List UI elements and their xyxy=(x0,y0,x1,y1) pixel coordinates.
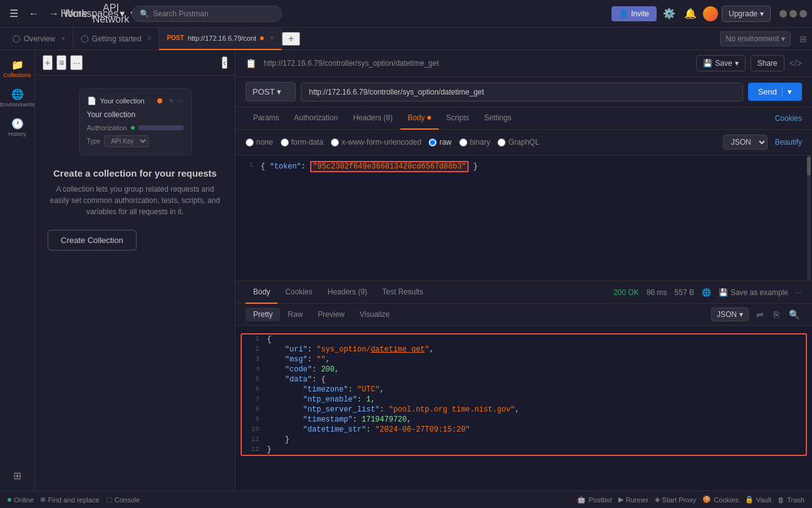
sidebar-item-history[interactable]: 🕐 History xyxy=(3,114,33,141)
tab-settings[interactable]: Settings xyxy=(477,107,519,130)
cookies-icon: 🍪 xyxy=(702,495,711,504)
format-dropdown[interactable]: JSON ▾ xyxy=(711,308,749,321)
resp-tab-headers[interactable]: Headers (9) xyxy=(320,281,375,304)
url-input[interactable] xyxy=(301,83,743,101)
scroll-indicator[interactable] xyxy=(807,155,811,281)
bell-icon[interactable]: 🔔 xyxy=(682,5,699,23)
sidebar-item-grids[interactable]: ⊞ xyxy=(3,466,33,485)
response-more-icon[interactable]: ··· xyxy=(796,288,802,297)
runner-button[interactable]: ▶ Runner xyxy=(618,495,648,504)
option-none[interactable]: none xyxy=(246,138,273,147)
request-body-editor[interactable]: 1 { "token": "95c2302f649e366813420cd656… xyxy=(236,155,812,281)
trash-button[interactable]: 🗑 Trash xyxy=(778,496,804,504)
code-snippet-icon[interactable]: </> xyxy=(789,58,802,68)
create-collection-button[interactable]: Create Collection xyxy=(48,230,137,251)
settings-icon[interactable]: ⚙️ xyxy=(660,5,678,23)
tab-headers[interactable]: Headers (8) xyxy=(345,107,400,130)
option-form-data[interactable]: form-data xyxy=(281,138,323,147)
layout-icon[interactable]: ⊞ xyxy=(799,34,807,44)
resp-line-8: 8 "ntp_server_list": "pool.ntp.org time.… xyxy=(242,405,806,415)
sidebar-item-environments[interactable]: 🌐 Environments xyxy=(3,85,33,111)
response-json-body[interactable]: 1 { 2 "uri": "sys_option/datetime_get", … xyxy=(236,326,812,490)
preview-add-icon[interactable]: + xyxy=(169,96,173,105)
resp-line-12: 12 } xyxy=(242,445,806,455)
menu-icon[interactable]: ☰ xyxy=(5,5,23,23)
postbot-button[interactable]: 🤖 Postbot xyxy=(577,495,612,504)
copy-icon[interactable]: ⎘ xyxy=(771,308,781,321)
find-replace-button[interactable]: ⊕ Find and replace xyxy=(40,495,100,504)
start-proxy-button[interactable]: ◈ Start Proxy xyxy=(655,495,696,504)
share-button[interactable]: Share xyxy=(751,55,784,71)
save-button[interactable]: 💾 Save ▾ xyxy=(696,55,745,71)
vault-button[interactable]: 🔒 Vault xyxy=(745,495,771,504)
response-view-tabs: Pretty Raw Preview Visualize JSON ▾ ⇌ ⎘ … xyxy=(236,304,812,326)
upgrade-button[interactable]: Upgrade ▾ xyxy=(722,6,771,22)
tab-label: ◯ xyxy=(13,34,20,43)
tab-overview[interactable]: ◯ Overview × xyxy=(5,28,73,50)
tab-body[interactable]: Body xyxy=(400,107,439,130)
tab-params[interactable]: Params xyxy=(246,107,286,130)
option-binary[interactable]: binary xyxy=(459,138,491,147)
online-status[interactable]: Online xyxy=(8,496,34,504)
json-format-select[interactable]: JSON xyxy=(723,135,768,150)
api-network-link[interactable]: API Network ▾ xyxy=(105,5,123,23)
minimize-button[interactable] xyxy=(779,10,787,18)
resp-view-visualize[interactable]: Visualize xyxy=(352,308,397,321)
api-key-select[interactable]: API Key xyxy=(104,135,148,147)
wrap-icon[interactable]: ⇌ xyxy=(754,308,766,321)
option-graphql[interactable]: GraphQL xyxy=(497,138,539,147)
resp-view-preview[interactable]: Preview xyxy=(310,308,352,321)
resp-line-6: 6 "timezone": "UTC", xyxy=(242,385,806,395)
response-tabs: Body Cookies Headers (9) Test Results 20… xyxy=(236,281,812,304)
resp-line-3: 3 "msg": "", xyxy=(242,355,806,365)
resp-tab-test-results[interactable]: Test Results xyxy=(375,281,430,304)
resp-tab-body[interactable]: Body xyxy=(246,281,278,304)
tab-close-icon[interactable]: × xyxy=(61,35,65,42)
resp-view-raw[interactable]: Raw xyxy=(280,308,310,321)
avatar[interactable] xyxy=(703,6,718,21)
collapse-panel-button[interactable]: ‹ xyxy=(222,56,227,69)
tab-getting-started[interactable]: ◯ Getting started × xyxy=(73,28,160,50)
environment-selector[interactable]: No environment ▾ xyxy=(720,31,791,46)
beautify-button[interactable]: Beautify xyxy=(775,138,802,147)
body-dot xyxy=(427,116,431,120)
close-button[interactable] xyxy=(799,10,807,18)
more-options-icon[interactable]: ··· xyxy=(70,55,83,70)
tab-post-request[interactable]: POST http://172.16.6.79/cont × xyxy=(159,28,282,50)
new-tab-button[interactable]: + xyxy=(282,32,300,46)
tab-scripts[interactable]: Scripts xyxy=(439,107,477,130)
maximize-button[interactable] xyxy=(789,10,797,18)
tab-close-icon[interactable]: × xyxy=(148,35,152,42)
option-raw[interactable]: raw xyxy=(429,138,451,147)
console-button[interactable]: ⬚ Console xyxy=(106,495,140,504)
tabbar: ◯ Overview × ◯ Getting started × POST ht… xyxy=(0,28,812,50)
sidebar: 📁 Collections 🌐 Environments 🕐 History ⊞ xyxy=(0,50,35,490)
tab-close-icon[interactable]: × xyxy=(270,34,274,41)
chevron-down-icon: ▾ xyxy=(739,310,743,319)
option-urlencoded[interactable]: x-www-form-urlencoded xyxy=(331,138,421,147)
collections-panel: + ≡ ··· ‹ 📄 Your collection + ··· Your c… xyxy=(35,50,236,490)
vault-icon: 🔒 xyxy=(745,495,754,504)
request-input-row: POST ▾ Send ▾ xyxy=(236,77,812,107)
response-time: 86 ms xyxy=(647,288,667,297)
preview-more-icon[interactable]: ··· xyxy=(177,96,183,105)
method-dropdown[interactable]: POST ▾ xyxy=(246,82,296,101)
resp-view-pretty[interactable]: Pretty xyxy=(246,308,280,321)
request-header: 📋 http://172.16.6.79/controller/sys_opti… xyxy=(236,50,812,77)
sidebar-item-collections[interactable]: 📁 Collections xyxy=(3,55,33,82)
invite-button[interactable]: 👤 Invite xyxy=(612,6,657,21)
save-example-button[interactable]: 💾 Save as example xyxy=(719,288,788,297)
sort-icon[interactable]: ≡ xyxy=(56,55,66,70)
back-icon[interactable]: ← xyxy=(25,5,43,23)
resp-tab-cookies[interactable]: Cookies xyxy=(278,281,320,304)
send-button[interactable]: Send ▾ xyxy=(748,83,802,101)
cookies-link[interactable]: Cookies xyxy=(775,114,802,123)
add-collection-button[interactable]: + xyxy=(43,55,53,70)
collection-preview-card: 📄 Your collection + ··· Your collection … xyxy=(79,88,192,155)
save-icon: 💾 xyxy=(703,59,712,68)
topbar-left: ☰ ← → Home Workspaces ▾ API Network ▾ xyxy=(5,5,123,23)
cookies-bottom-button[interactable]: 🍪 Cookies xyxy=(702,495,739,504)
tab-authorization[interactable]: Authorization xyxy=(286,107,345,130)
search-response-icon[interactable]: 🔍 xyxy=(786,308,802,321)
search-bar[interactable]: 🔍 Search Postman xyxy=(132,6,282,22)
